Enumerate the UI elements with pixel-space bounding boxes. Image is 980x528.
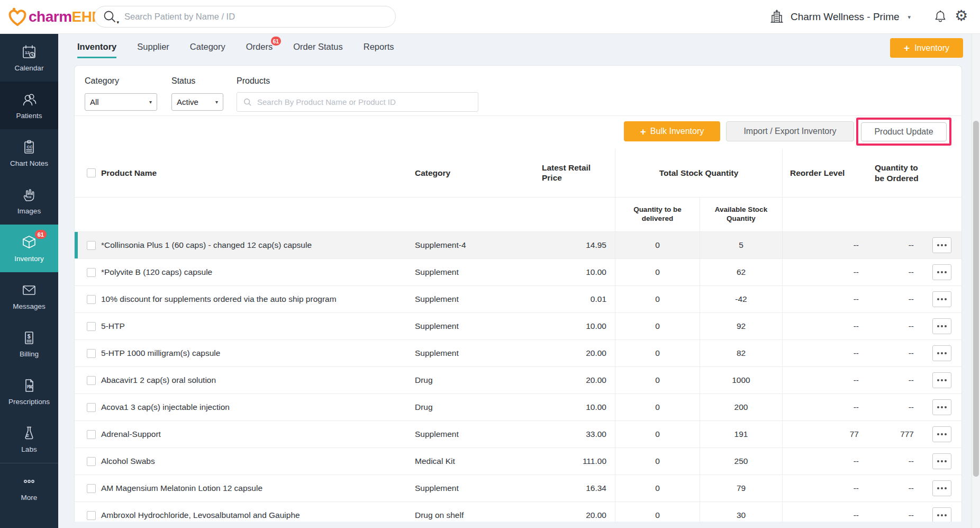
patient-search-input[interactable] (124, 12, 388, 22)
ellipsis-icon (937, 298, 939, 300)
quantity-to-be-ordered-cell: -- (864, 232, 921, 258)
row-checkbox[interactable] (87, 511, 96, 520)
billing-icon: $ (21, 329, 38, 346)
row-checkbox[interactable] (87, 268, 96, 277)
row-actions-button[interactable] (932, 345, 951, 361)
import-export-inventory-button[interactable]: Import / Export Inventory (726, 121, 854, 141)
row-actions-button[interactable] (932, 372, 951, 388)
row-actions-button[interactable] (932, 507, 951, 522)
reorder-level-cell: 77 (783, 421, 864, 448)
table-row[interactable]: 5-HTP 1000 milligram(s) capsule Suppleme… (75, 340, 962, 367)
scrollbar-track[interactable] (972, 34, 980, 528)
quantity-to-be-delivered-cell: 0 (615, 448, 700, 475)
quantity-to-be-delivered-cell: 0 (615, 259, 700, 285)
topbar: charmEHR ▾ Charm Wellness - Prime ▾ (0, 0, 980, 34)
tab-order-status[interactable]: Order Status (293, 34, 343, 59)
row-actions-button[interactable] (932, 291, 951, 307)
reorder-level-cell: -- (783, 340, 864, 366)
sidebar-item-images[interactable]: Images (0, 177, 58, 225)
add-inventory-button[interactable]: + Inventory (890, 38, 963, 58)
row-checkbox-cell (75, 448, 101, 475)
sidebar-item-calendar[interactable]: 12 Calendar (0, 34, 58, 82)
tab-supplier[interactable]: Supplier (137, 34, 169, 59)
table-row[interactable]: 5-HTP Supplement 10.00 0 92 -- -- (75, 313, 962, 340)
quantity-to-be-delivered-cell: 0 (615, 367, 700, 393)
ellipsis-icon (937, 271, 939, 273)
category-select[interactable]: All ▾ (85, 93, 157, 111)
category-cell: Drug (415, 367, 538, 393)
row-actions-button[interactable] (932, 237, 951, 253)
available-stock-quantity-cell: 92 (700, 313, 783, 339)
settings-gear-icon[interactable]: ⚙ (955, 7, 968, 24)
row-checkbox[interactable] (87, 349, 96, 358)
row-checkbox[interactable] (87, 457, 96, 466)
quantity-to-be-delivered-cell: 0 (615, 421, 700, 448)
row-checkbox-cell (75, 475, 101, 502)
sidebar-item-prescriptions[interactable]: R Prescriptions (0, 368, 58, 415)
row-checkbox[interactable] (87, 403, 96, 412)
sidebar-item-more[interactable]: More (0, 463, 58, 511)
svg-text:$: $ (28, 333, 31, 339)
table-row[interactable]: Abacavir1 2 cap(s) oral solution Drug 20… (75, 367, 962, 394)
ellipsis-icon (937, 460, 939, 462)
product-update-button[interactable]: Product Update (861, 122, 947, 141)
clinic-building-icon (768, 8, 785, 25)
tab-category[interactable]: Category (190, 34, 225, 59)
product-name-cell: 5-HTP 1000 milligram(s) capsule (101, 340, 415, 366)
table-row[interactable]: 10% discount for supplements ordered via… (75, 286, 962, 313)
sidebar-item-patients[interactable]: Patients (0, 82, 58, 129)
inventory-icon: 61 (21, 234, 38, 251)
product-search-input[interactable] (257, 97, 472, 106)
sidebar-item-labs[interactable]: Labs (0, 415, 58, 463)
sidebar-item-inventory[interactable]: 61 Inventory (0, 225, 58, 272)
row-checkbox-cell (75, 502, 101, 522)
row-actions-button[interactable] (932, 318, 951, 334)
sidebar-item-label: Calendar (15, 64, 44, 72)
tab-reports[interactable]: Reports (364, 34, 394, 59)
table-row[interactable]: AM Magensium Melatonin Lotion 12 capsule… (75, 475, 962, 502)
sidebar-item-label: Messages (13, 302, 46, 310)
row-actions-cell (921, 259, 962, 285)
row-actions-button[interactable] (932, 264, 951, 280)
row-checkbox[interactable] (87, 241, 96, 250)
divider (75, 115, 961, 116)
latest-retail-price-cell: 33.00 (538, 421, 615, 448)
row-actions-button[interactable] (932, 480, 951, 496)
row-checkbox[interactable] (87, 484, 96, 493)
row-checkbox[interactable] (87, 430, 96, 439)
sidebar-item-chart-notes[interactable]: CC Chart Notes (0, 129, 58, 177)
ellipsis-icon (937, 244, 939, 246)
scrollbar-thumb[interactable] (973, 121, 979, 477)
notifications-bell-icon[interactable] (932, 9, 948, 25)
row-checkbox[interactable] (87, 376, 96, 385)
select-all-checkbox[interactable] (87, 168, 96, 177)
sidebar-item-messages[interactable]: Messages (0, 272, 58, 320)
quantity-to-be-ordered-cell: -- (864, 259, 921, 285)
latest-retail-price-header: Latest Retail Price (538, 149, 615, 197)
status-select[interactable]: Active ▾ (171, 93, 223, 111)
table-row[interactable]: Acova1 3 cap(s) injectable injection Dru… (75, 394, 962, 421)
row-checkbox-cell (75, 394, 101, 420)
heart-logo-icon (7, 6, 28, 28)
table-row[interactable]: *Collinsonia Plus 1 (60 caps) - changed … (75, 232, 962, 259)
ellipsis-icon (937, 379, 939, 381)
tab-inventory[interactable]: Inventory (77, 34, 116, 59)
tab-label: Inventory (77, 42, 116, 52)
reorder-level-cell: -- (783, 286, 864, 312)
sidebar-item-billing[interactable]: $ Billing (0, 320, 58, 368)
bulk-inventory-button[interactable]: + Bulk Inventory (624, 121, 720, 141)
table-row[interactable]: *Polyvite B (120 caps) capsule Supplemen… (75, 259, 962, 286)
table-row[interactable]: Alcohol Swabs Medical Kit 111.00 0 250 -… (75, 448, 962, 475)
row-checkbox[interactable] (87, 322, 96, 331)
tab-orders[interactable]: Orders 61 (246, 34, 273, 59)
row-actions-button[interactable] (932, 453, 951, 469)
category-cell: Supplement (415, 286, 538, 312)
table-row[interactable]: Ambroxol Hydrochloride, Levosalbutamol a… (75, 502, 962, 522)
row-actions-button[interactable] (932, 426, 951, 442)
practice-selector[interactable]: Charm Wellness - Prime ▾ (768, 0, 911, 34)
practice-caret-icon: ▾ (908, 14, 911, 21)
row-checkbox[interactable] (87, 295, 96, 304)
table-row[interactable]: Adrenal-Support Supplement 33.00 0 191 7… (75, 421, 962, 448)
row-checkbox-cell (75, 367, 101, 393)
row-actions-button[interactable] (932, 399, 951, 415)
